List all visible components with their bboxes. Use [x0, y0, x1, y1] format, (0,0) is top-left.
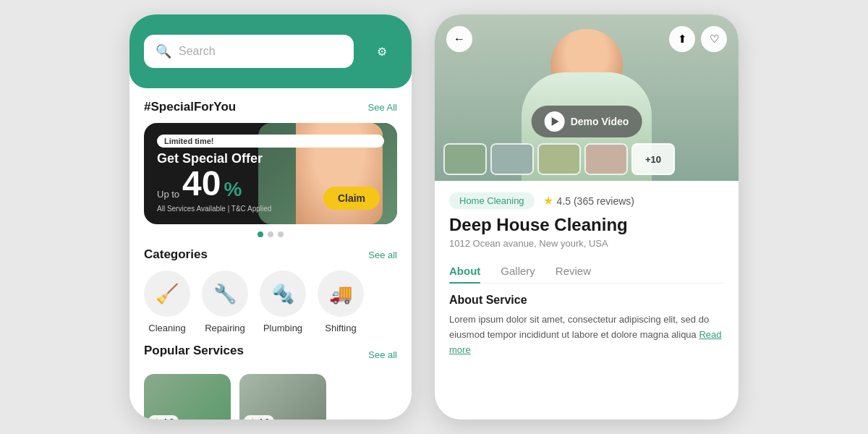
tab-review-label: Review — [556, 265, 591, 277]
thumb-3-bg — [539, 145, 579, 174]
thumb-4[interactable] — [584, 143, 628, 175]
tab-review[interactable]: Review — [556, 259, 591, 283]
play-icon — [552, 117, 559, 126]
category-repairing[interactable]: 🔧 Repairing — [202, 271, 248, 333]
dot-2 — [268, 231, 273, 237]
card-1-bg — [144, 374, 231, 420]
popular-card-2[interactable]: ★ 4.9 — [239, 374, 326, 420]
promo-card: Limited time! Get Special Offer Up to 40… — [144, 123, 397, 224]
popular-card-list: ★ 4.8 ★ 4.9 — [144, 374, 397, 420]
detail-tabs: About Gallery Review — [449, 259, 724, 284]
tab-about-label: About — [449, 265, 480, 277]
card-2-bg — [239, 374, 326, 420]
rating-value: 4.5 (365 reviews) — [557, 195, 634, 207]
claim-button[interactable]: Claim — [323, 187, 380, 210]
main-container: 🔍 Search ⚙ #SpecialForYou See All Limite… — [115, 0, 753, 434]
card-1-rating: ★ 4.8 — [148, 415, 179, 420]
thumb-2[interactable] — [490, 143, 534, 175]
special-section-header: #SpecialForYou See All — [144, 100, 397, 114]
repairing-label: Repairing — [205, 323, 245, 333]
limited-badge: Limited time! — [157, 135, 384, 148]
demo-video-button[interactable]: Demo Video — [532, 106, 642, 137]
thumb-more-button[interactable]: +10 — [631, 143, 675, 175]
share-button[interactable]: ⬆ — [669, 26, 695, 52]
demo-video-label: Demo Video — [571, 116, 629, 127]
filter-button[interactable]: ⚙ — [367, 36, 397, 67]
category-shifting[interactable]: 🚚 Shifting — [318, 271, 364, 333]
thumb-3[interactable] — [537, 143, 581, 175]
about-description: Lorem ipsum dolor sit amet, consectetur … — [449, 314, 709, 340]
star-icon-1: ★ — [153, 417, 161, 420]
detail-body: Home Cleaning ★ 4.5 (365 reviews) Deep H… — [435, 181, 739, 420]
special-see-all[interactable]: See All — [368, 102, 397, 113]
rating-block: ★ 4.5 (365 reviews) — [543, 194, 634, 208]
about-title: About Service — [449, 294, 724, 307]
heart-icon: ♡ — [710, 33, 719, 46]
popular-title: Popular Services — [144, 344, 244, 358]
popular-card-1[interactable]: ★ 4.8 — [144, 374, 231, 420]
phone-header: 🔍 Search ⚙ — [129, 14, 412, 88]
rating-value-2: 4.9 — [258, 417, 269, 420]
tab-about[interactable]: About — [449, 259, 480, 283]
category-list: 🧹 Cleaning 🔧 Repairing 🔩 Plumbing 🚚 Shif… — [144, 271, 397, 333]
filter-icon: ⚙ — [377, 45, 387, 59]
detail-hero: ← ⬆ ♡ Demo Video — [435, 14, 739, 181]
rating-value-1: 4.8 — [163, 417, 174, 420]
thumb-1[interactable] — [443, 143, 487, 175]
back-arrow-icon: ← — [454, 33, 465, 46]
popular-section: Popular Services See all ★ 4.8 ★ — [144, 344, 397, 420]
plumbing-icon: 🔩 — [260, 271, 306, 317]
categories-see-all[interactable]: See all — [368, 250, 397, 260]
search-placeholder: Search — [179, 45, 342, 58]
star-icon-2: ★ — [249, 417, 256, 420]
popular-see-all[interactable]: See all — [368, 349, 397, 360]
special-title: #SpecialForYou — [144, 100, 236, 114]
percent-number: 40 — [182, 166, 221, 201]
thumbnail-strip: +10 — [443, 143, 730, 175]
categories-title: Categories — [144, 247, 208, 262]
shifting-label: Shifting — [325, 323, 356, 333]
service-category-tag: Home Cleaning — [449, 192, 535, 209]
rating-star-icon: ★ — [543, 194, 553, 208]
favorite-button[interactable]: ♡ — [701, 26, 727, 52]
card-2-rating: ★ 4.9 — [244, 415, 274, 420]
right-phone: ← ⬆ ♡ Demo Video — [435, 14, 739, 420]
thumb-1-bg — [445, 145, 485, 174]
about-text: Lorem ipsum dolor sit amet, consectetur … — [449, 312, 724, 357]
play-circle — [545, 111, 565, 132]
shifting-icon: 🚚 — [318, 271, 364, 317]
tab-gallery-label: Gallery — [501, 265, 535, 277]
popular-header: Popular Services See all — [144, 344, 397, 365]
search-bar[interactable]: 🔍 Search — [144, 35, 354, 68]
tab-gallery[interactable]: Gallery — [501, 259, 535, 283]
thumb-2-bg — [492, 145, 532, 174]
plumbing-label: Plumbing — [263, 323, 302, 333]
service-name: Deep House Cleaning — [449, 215, 724, 235]
thumb-4-bg — [586, 145, 626, 174]
service-tags-row: Home Cleaning ★ 4.5 (365 reviews) — [449, 192, 724, 209]
action-buttons: ⬆ ♡ — [669, 26, 727, 52]
share-icon: ⬆ — [678, 33, 687, 46]
category-cleaning[interactable]: 🧹 Cleaning — [144, 271, 190, 333]
category-plumbing[interactable]: 🔩 Plumbing — [260, 271, 306, 333]
back-button[interactable]: ← — [446, 26, 472, 52]
up-to-label: Up to — [157, 189, 179, 200]
left-phone: 🔍 Search ⚙ #SpecialForYou See All Limite… — [129, 14, 412, 420]
dot-3 — [278, 231, 284, 237]
service-address: 1012 Ocean avanue, New yourk, USA — [449, 238, 724, 249]
cleaning-icon: 🧹 — [144, 271, 190, 317]
percent-sign: % — [224, 178, 242, 201]
carousel-dots — [144, 231, 397, 237]
cleaning-label: Cleaning — [148, 323, 185, 333]
dot-1 — [258, 231, 263, 237]
categories-header: Categories See all — [144, 247, 397, 262]
categories-section: Categories See all 🧹 Cleaning 🔧 Repairin… — [144, 247, 397, 333]
phone-body: #SpecialForYou See All Limited time! Get… — [129, 88, 412, 420]
search-icon: 🔍 — [156, 43, 171, 59]
repairing-icon: 🔧 — [202, 271, 248, 317]
